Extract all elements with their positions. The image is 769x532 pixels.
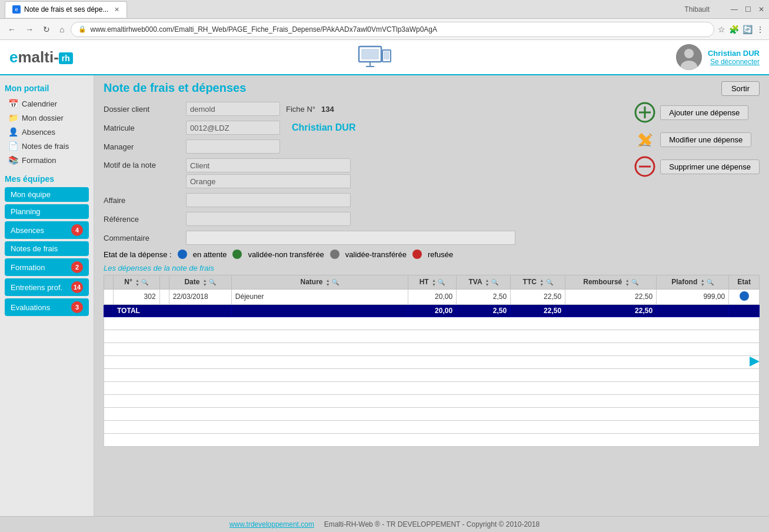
team-btn-evaluations[interactable]: Evaluations 3 <box>5 298 89 316</box>
calendrier-icon: 📅 <box>8 99 18 108</box>
col-rembourse-search[interactable]: 🔍 <box>631 279 638 285</box>
url-bar[interactable]: 🔒 www.emaltirhweb000.com/Emalti_RH_Web/P… <box>71 22 714 37</box>
col-etat-label: Etat <box>737 278 751 286</box>
table-title: Les dépenses de la note de frais <box>104 264 760 272</box>
matricule-label: Matricule <box>104 124 180 132</box>
col-plafond-sort[interactable]: ▲▼ <box>701 278 705 287</box>
form-row-matricule: Matricule Christian DUR <box>104 121 622 135</box>
team-btn-notes-label: Notes de frais <box>11 244 58 253</box>
dot-validee-transferee <box>330 250 339 259</box>
col-date-search[interactable]: 🔍 <box>209 279 216 285</box>
team-btn-formation[interactable]: Formation 2 <box>5 258 89 276</box>
commentaire-input[interactable] <box>186 231 515 245</box>
motif-input-2[interactable] <box>186 174 351 188</box>
col-ht-sort[interactable]: ▲▼ <box>432 278 436 287</box>
matricule-input[interactable] <box>186 121 280 135</box>
sortir-button[interactable]: Sortir <box>721 81 760 96</box>
footer-link[interactable]: www.trdeveloppement.com <box>229 520 314 528</box>
maximize-button[interactable]: ☐ <box>745 5 751 14</box>
home-button[interactable]: ⌂ <box>56 24 67 35</box>
sidebar-item-absences[interactable]: 👤 Absences <box>5 125 89 139</box>
forward-button[interactable]: → <box>22 24 36 35</box>
minimize-button[interactable]: — <box>731 5 738 14</box>
page-title: Note de frais et dépenses <box>104 81 246 95</box>
row-etat <box>729 289 760 304</box>
manager-input[interactable] <box>186 139 280 154</box>
entretiens-badge: 14 <box>71 281 83 293</box>
star-icon[interactable]: ☆ <box>718 25 725 34</box>
sidebar-item-notes-de-frais[interactable]: 📄 Notes de frais <box>5 139 89 153</box>
supprimer-icon <box>634 156 655 177</box>
user-name: Christian DUR <box>708 49 760 58</box>
sidebar-item-calendrier[interactable]: 📅 Calendrier <box>5 97 89 111</box>
empty-row-1 <box>104 317 760 330</box>
modifier-row[interactable]: Modifier une dépense <box>634 129 751 150</box>
col-nature-search[interactable]: 🔍 <box>332 279 339 285</box>
table-chevron-right[interactable]: ▶ <box>750 353 760 368</box>
ajouter-button[interactable]: Ajouter une dépense <box>660 105 748 120</box>
team-btn-planning[interactable]: Planning <box>5 204 89 219</box>
mon-portail-title: Mon portail <box>5 84 89 93</box>
minus-circle-icon <box>634 156 655 177</box>
col-ht-search[interactable]: 🔍 <box>438 279 445 285</box>
tab-title: Note de frais et ses dépe... <box>24 5 108 14</box>
empty-row-2 <box>104 330 760 343</box>
affaire-label: Affaire <box>104 196 180 205</box>
col-plafond-search[interactable]: 🔍 <box>707 279 714 285</box>
logout-link[interactable]: Se déconnecter <box>708 58 760 66</box>
form-actions-row: Dossier client Fiche N° 134 Matricule Ch… <box>104 102 760 259</box>
logo-rh: rh <box>59 52 73 64</box>
form-row-dossier: Dossier client Fiche N° 134 <box>104 102 622 116</box>
col-ht-label: HT <box>420 278 429 286</box>
empty-row-7 <box>104 394 760 407</box>
dossier-label: Dossier client <box>104 105 180 114</box>
supprimer-button[interactable]: Supprimer une dépense <box>660 159 760 174</box>
back-button[interactable]: ← <box>5 24 19 35</box>
app-center-icon <box>357 45 392 69</box>
table-row[interactable]: 302 22/03/2018 Déjeuner 20,00 2,50 22,50… <box>104 289 760 304</box>
footer-copyright: Emalti-RH-Web ® - TR DEVELOPPEMENT - Cop… <box>324 520 540 528</box>
browser-tabs: e Note de frais et ses dépe... ✕ <box>5 0 127 18</box>
sidebar-notes-label: Notes de frais <box>22 142 69 151</box>
lock-icon: 🔒 <box>78 25 86 33</box>
etat-en-attente-label: en attente <box>193 250 227 259</box>
sidebar-mon-dossier-label: Mon dossier <box>22 114 64 122</box>
team-btn-entretiens[interactable]: Entretiens prof. 14 <box>5 278 89 296</box>
col-ttc-search[interactable]: 🔍 <box>546 279 553 285</box>
sidebar-item-formation[interactable]: 📚 Formation <box>5 153 89 167</box>
col-tva-search[interactable]: 🔍 <box>491 279 498 285</box>
reload-button[interactable]: ↻ <box>40 24 53 35</box>
empty-row-5 <box>104 368 760 381</box>
team-btn-absences[interactable]: Absences 4 <box>5 221 89 239</box>
supprimer-row[interactable]: Supprimer une dépense <box>634 156 760 177</box>
modifier-button[interactable]: Modifier une dépense <box>660 132 751 147</box>
col-rembourse-sort[interactable]: ▲▼ <box>625 278 630 287</box>
sync-icon[interactable]: 🔄 <box>743 25 753 34</box>
col-ttc-sort[interactable]: ▲▼ <box>540 278 544 287</box>
ajouter-row[interactable]: Ajouter une dépense <box>634 102 748 123</box>
reference-input[interactable] <box>186 212 351 226</box>
fiche-label: Fiche N° <box>286 105 315 114</box>
col-num-search[interactable]: 🔍 <box>141 279 148 285</box>
total-rembourse: 22,50 <box>565 304 657 317</box>
team-btn-mon-equipe[interactable]: Mon équipe <box>5 187 89 202</box>
sidebar-item-mon-dossier[interactable]: 📁 Mon dossier <box>5 111 89 125</box>
team-btn-notes-de-frais[interactable]: Notes de frais <box>5 241 89 256</box>
window-controls: — ☐ ✕ <box>731 5 764 14</box>
col-tva-sort[interactable]: ▲▼ <box>485 278 489 287</box>
motif-inputs <box>186 158 351 188</box>
user-info: Christian DUR Se déconnecter <box>708 49 760 66</box>
close-button[interactable]: ✕ <box>758 5 764 14</box>
plus-circle-icon <box>634 102 655 123</box>
dossier-input[interactable] <box>186 102 280 116</box>
affaire-input[interactable] <box>186 193 351 207</box>
motif-input-1[interactable] <box>186 158 351 172</box>
col-date-sort[interactable]: ▲▼ <box>203 278 207 287</box>
col-num-sort[interactable]: ▲▼ <box>135 278 139 287</box>
tab-close-button[interactable]: ✕ <box>114 6 119 14</box>
extension-icon[interactable]: 🧩 <box>729 25 739 34</box>
active-tab[interactable]: e Note de frais et ses dépe... ✕ <box>5 1 127 18</box>
col-nature-sort[interactable]: ▲▼ <box>326 278 330 287</box>
table-wrapper: N° ▲▼ 🔍 Date ▲▼ 🔍 <box>104 275 760 447</box>
settings-icon[interactable]: ⋮ <box>756 25 764 34</box>
